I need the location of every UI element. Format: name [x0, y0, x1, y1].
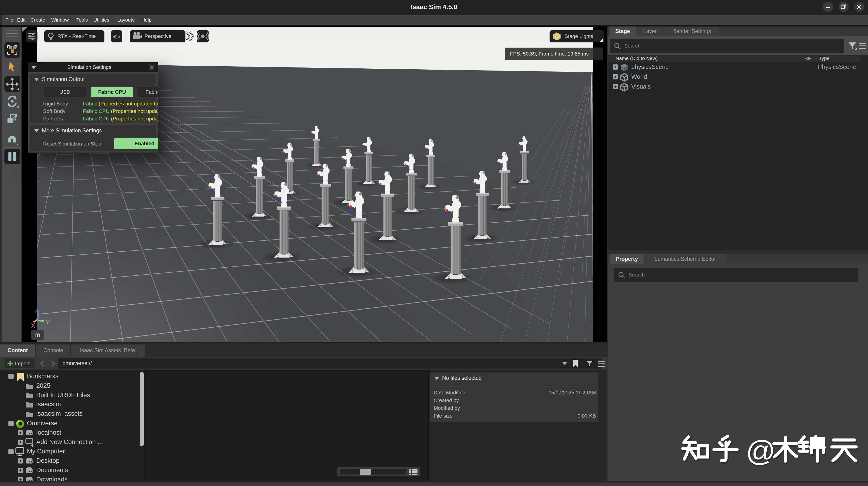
svg-text:Z: Z [34, 308, 38, 314]
svg-text:@: @ [746, 434, 776, 467]
svg-text:X: X [31, 322, 35, 329]
svg-text:Y: Y [46, 319, 50, 326]
